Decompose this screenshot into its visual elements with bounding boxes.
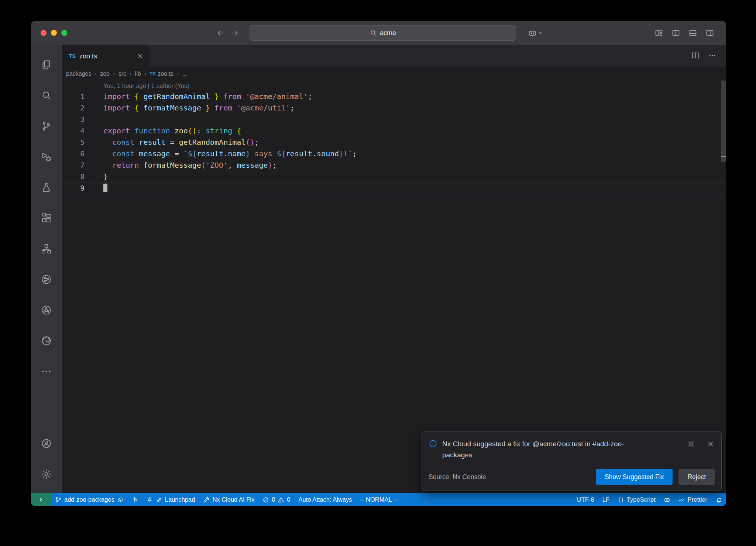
- activity-item-more[interactable]: [31, 356, 61, 387]
- copilot-status[interactable]: [660, 493, 674, 506]
- encoding[interactable]: UTF-8: [573, 493, 598, 506]
- copilot-icon: [528, 28, 537, 38]
- info-slot: [429, 439, 437, 448]
- minimize-window-button[interactable]: [51, 30, 57, 36]
- line-number: 5: [62, 137, 85, 148]
- close-icon: [137, 53, 144, 59]
- activity-bar-bottom: [31, 428, 61, 493]
- activity-item-settings[interactable]: [31, 459, 61, 489]
- code-line-2[interactable]: 2import { formatMessage } from '@acme/ut…: [62, 102, 726, 114]
- breadcrumb-item[interactable]: lib: [135, 71, 141, 77]
- chevron-down-icon: [538, 30, 544, 36]
- show-suggested-fix-button[interactable]: Show Suggested Fix: [596, 469, 673, 485]
- eol[interactable]: LF: [598, 493, 614, 506]
- breadcrumb-item[interactable]: packages: [66, 71, 92, 77]
- code-line-9[interactable]: 9: [62, 182, 726, 194]
- toggle-panel-icon[interactable]: [688, 28, 697, 37]
- scrollbar[interactable]: [721, 81, 726, 162]
- code-line-1[interactable]: 1import { getRandomAnimal } from '@acme/…: [62, 91, 726, 102]
- settings-icon: [687, 440, 695, 448]
- nx-cloud-icon: [41, 304, 52, 316]
- nav-forward-icon[interactable]: [231, 29, 239, 37]
- launchpad[interactable]: Launchpad: [142, 493, 199, 506]
- code-line-3[interactable]: 3: [62, 114, 726, 125]
- status-bar: add-zoo-packagesLaunchpadNx Cloud AI Fix…: [31, 493, 726, 506]
- activity-item-extensions[interactable]: [31, 203, 61, 233]
- warning-icon: [278, 496, 284, 503]
- activity-item-edge-tools[interactable]: [31, 325, 61, 356]
- notification-close-button[interactable]: [707, 440, 715, 448]
- nav-back-icon[interactable]: [216, 29, 225, 37]
- split-editor-button[interactable]: [691, 51, 700, 61]
- breadcrumb-file[interactable]: TSzoo.ts: [150, 71, 173, 77]
- toggle-secondary-sidebar-icon[interactable]: [705, 28, 714, 37]
- formatter[interactable]: Prettier: [674, 493, 711, 506]
- code-line-5[interactable]: 5 const result = getRandomAnimal();: [62, 137, 726, 148]
- copilot-menu[interactable]: [528, 28, 544, 38]
- code-line-7[interactable]: 7 return formatMessage('ZOO', message);: [62, 160, 726, 171]
- breadcrumb: packages›zoo›src›lib›TSzoo.ts›...: [62, 67, 726, 81]
- activity-item-nx-cloud[interactable]: [31, 295, 61, 325]
- auto-attach[interactable]: Auto Attach: Always: [295, 493, 356, 506]
- titlebar[interactable]: acme: [31, 21, 726, 45]
- overview-ruler-cursor: [721, 156, 726, 157]
- more-actions-button[interactable]: [708, 51, 717, 61]
- activity-item-search[interactable]: [31, 80, 61, 111]
- bell-dot-icon: [715, 496, 722, 503]
- tab-zoo-ts[interactable]: TS zoo.ts: [62, 45, 149, 67]
- customize-layout-icon[interactable]: [654, 28, 663, 37]
- line-number: 4: [62, 125, 85, 137]
- remote-indicator[interactable]: [31, 493, 51, 506]
- activity-item-run-and-debug[interactable]: [31, 141, 61, 172]
- git-branch-icon: [55, 496, 62, 503]
- code-line-8[interactable]: 8}: [62, 171, 726, 182]
- problems[interactable]: 00: [258, 493, 294, 506]
- notification-toast: Nx Cloud suggested a fix for @acme/zoo:t…: [422, 431, 722, 491]
- close-tab-button[interactable]: [137, 53, 144, 59]
- desktop: acme TS zoo.ts packages›zoo›src: [0, 0, 756, 546]
- nx-console-icon: [41, 274, 52, 285]
- command-center-search[interactable]: acme: [250, 25, 516, 41]
- git-branch-label: add-zoo-packages: [64, 496, 114, 503]
- git-branch[interactable]: add-zoo-packages: [51, 493, 128, 506]
- formatter-label: Prettier: [688, 496, 707, 503]
- nx-cloud-ai-fix[interactable]: Nx Cloud AI Fix: [199, 493, 258, 506]
- language-mode[interactable]: TypeScript: [614, 493, 660, 506]
- remote-icon: [38, 496, 44, 503]
- split-editor-icon: [691, 51, 700, 59]
- chevron-right-icon: ›: [144, 70, 147, 78]
- breadcrumb-item[interactable]: zoo: [100, 71, 110, 77]
- status-bar-left: add-zoo-packagesLaunchpadNx Cloud AI Fix…: [31, 493, 402, 506]
- code-line-6[interactable]: 6 const message = `${result.name} says $…: [62, 148, 726, 160]
- activity-item-project-graph[interactable]: [31, 233, 61, 264]
- text-cursor: [103, 184, 107, 192]
- vim-mode[interactable]: -- NORMAL --: [356, 493, 401, 506]
- accounts-icon: [41, 438, 52, 449]
- notifications[interactable]: [711, 493, 726, 506]
- explorer-icon: [41, 59, 52, 71]
- line-number: 9: [62, 182, 85, 194]
- reject-button[interactable]: Reject: [678, 469, 715, 485]
- activity-item-nx-console[interactable]: [31, 264, 61, 295]
- activity-bar-top: [31, 45, 61, 387]
- notification-source: Source: Nx Console: [429, 473, 596, 481]
- activity-item-testing[interactable]: [31, 172, 61, 203]
- close-window-button[interactable]: [41, 30, 47, 36]
- notification-settings-button[interactable]: [687, 440, 695, 448]
- code-lines: 1import { getRandomAnimal } from '@acme/…: [62, 91, 726, 194]
- code-line-4[interactable]: 4export function zoo(): string {: [62, 125, 726, 137]
- activity-item-explorer[interactable]: [31, 50, 61, 80]
- edge-tools-icon: [41, 335, 52, 347]
- titlebar-nav: [216, 29, 239, 37]
- activity-bar: [31, 45, 62, 493]
- more-icon: [41, 366, 52, 377]
- breadcrumb-item[interactable]: src: [118, 71, 126, 77]
- source-control-graph[interactable]: [128, 493, 142, 506]
- toggle-primary-sidebar-icon[interactable]: [671, 28, 680, 37]
- zoom-window-button[interactable]: [61, 30, 67, 36]
- breadcrumb-item[interactable]: ...: [182, 71, 187, 77]
- activity-item-source-control[interactable]: [31, 111, 61, 141]
- language-mode-label: TypeScript: [627, 496, 656, 503]
- testing-icon: [41, 182, 52, 193]
- activity-item-accounts[interactable]: [31, 428, 61, 459]
